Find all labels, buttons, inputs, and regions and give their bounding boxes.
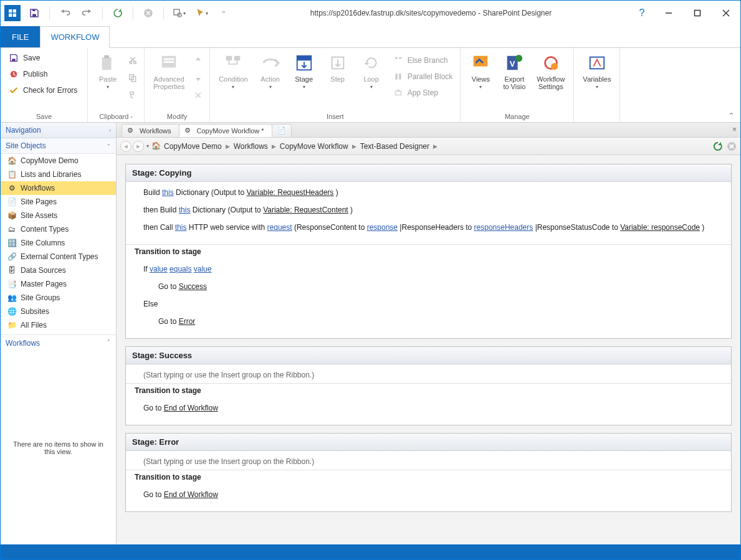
views-button[interactable]: Views▾ (466, 50, 495, 92)
qat-overflow-icon[interactable]: ⁼ (215, 4, 232, 22)
link-value[interactable]: value (150, 265, 168, 273)
nav-forward-button[interactable]: ► (133, 141, 144, 152)
condition-button[interactable]: Condition▾ (215, 50, 251, 92)
nav-collapse-icon[interactable]: ‹ (109, 128, 111, 133)
loop-button[interactable]: Loop▾ (356, 50, 386, 92)
nav-workflows-section[interactable]: Workflows ⌃ (1, 335, 116, 351)
goto-error[interactable]: Go to Error (143, 317, 722, 326)
link-end-of-workflow[interactable]: End of Workflow (164, 490, 218, 499)
breadcrumb-workflow-name[interactable]: CopyMove Workflow (280, 142, 348, 151)
parallel-block-button[interactable]: Parallel Block (390, 69, 456, 84)
stage-title[interactable]: Stage: Error (126, 434, 731, 451)
sidebar-item-subsites[interactable]: 🌐Subsites (1, 305, 116, 318)
sidebar-item-all-files[interactable]: 📁All Files (1, 318, 116, 332)
app-step-button[interactable]: App Step (390, 85, 456, 100)
link-equals[interactable]: equals (170, 265, 191, 273)
doctab-copymove-workflow[interactable]: ⚙ CopyMove Workflow * (179, 124, 272, 137)
sidebar-item-master-pages[interactable]: 📑Master Pages (1, 277, 116, 291)
stage-placeholder[interactable]: (Start typing or use the Insert group on… (126, 364, 731, 383)
undo-icon[interactable] (56, 4, 74, 22)
sidebar-item-site-pages[interactable]: 📄Site Pages (1, 195, 116, 209)
publish-button[interactable]: Publish (6, 67, 80, 82)
sidebar-item-home[interactable]: 🏠CopyMove Demo (1, 154, 116, 168)
close-button[interactable] (712, 4, 740, 22)
stage-button[interactable]: Stage▾ (289, 50, 319, 92)
sidebar-item-content-types[interactable]: 🗂Content Types (1, 222, 116, 236)
move-up-icon[interactable] (192, 54, 204, 67)
app-icon[interactable] (4, 5, 21, 21)
link-variable-requestheaders[interactable]: Variable: RequestHeaders (246, 188, 333, 197)
goto-success[interactable]: Go to Success (143, 282, 722, 291)
close-tab-icon[interactable]: × (732, 125, 737, 134)
link-this[interactable]: this (179, 206, 191, 214)
history-dropdown-icon[interactable]: ▾ (146, 143, 149, 149)
link-success-stage[interactable]: Success (179, 282, 207, 291)
sidebar-item-lists[interactable]: 📋Lists and Libraries (1, 168, 116, 181)
save-icon[interactable] (26, 4, 43, 22)
tab-workflow[interactable]: WORKFLOW (40, 26, 110, 48)
home-icon[interactable]: 🏠 (151, 141, 161, 151)
move-down-icon[interactable] (192, 72, 204, 84)
variables-button[interactable]: Variables▾ (579, 50, 614, 92)
condition-if[interactable]: If value equals value (143, 265, 722, 273)
refresh-icon[interactable] (109, 4, 127, 22)
stop-icon[interactable] (140, 4, 157, 22)
breadcrumb-workflows[interactable]: Workflows (234, 142, 268, 151)
else-branch-button[interactable]: Else Branch (390, 53, 456, 68)
workflow-editor[interactable]: Stage: Copying Build this Dictionary (Ou… (117, 155, 740, 544)
preview-dropdown-icon[interactable]: ▾ (170, 4, 188, 22)
stage-placeholder[interactable]: (Start typing or use the Insert group on… (126, 451, 731, 470)
link-responseheaders[interactable]: responseHeaders (474, 223, 533, 232)
link-end-of-workflow[interactable]: End of Workflow (164, 404, 218, 412)
link-value[interactable]: value (194, 265, 212, 273)
doctab-workflows[interactable]: ⚙ Workflows (122, 124, 179, 137)
action-build-dictionary-1[interactable]: Build this Dictionary (Output to Variabl… (143, 188, 722, 197)
link-this[interactable]: this (175, 223, 187, 232)
sidebar-item-workflows[interactable]: ⚙Workflows (1, 181, 116, 195)
sidebar-item-site-groups[interactable]: 👥Site Groups (1, 291, 116, 305)
goto-end[interactable]: Go to End of Workflow (143, 490, 722, 499)
goto-end[interactable]: Go to End of Workflow (143, 404, 722, 412)
export-visio-button[interactable]: V Export to Visio (499, 50, 529, 93)
sidebar-item-data-sources[interactable]: 🗄Data Sources (1, 263, 116, 277)
action-call-http[interactable]: then Call this HTTP web service with req… (143, 223, 722, 232)
minimize-button[interactable] (654, 4, 683, 22)
workflow-settings-button[interactable]: Workflow Settings (533, 50, 568, 93)
save-button[interactable]: Save (6, 50, 80, 65)
copy-icon[interactable] (127, 72, 139, 84)
step-button[interactable]: Step (323, 50, 353, 85)
nav-site-objects[interactable]: Site Objects ⌃ (1, 138, 116, 154)
sidebar-item-site-assets[interactable]: 📦Site Assets (1, 209, 116, 222)
link-request[interactable]: request (267, 223, 292, 232)
collapse-ribbon-icon[interactable]: ⌃ (729, 112, 734, 122)
link-responsecode[interactable]: Variable: responseCode (620, 223, 700, 232)
paste-button[interactable]: Paste ▾ (93, 50, 123, 92)
stop-icon[interactable] (727, 141, 737, 151)
action-build-dictionary-2[interactable]: then Build this Dictionary (Output to Va… (143, 206, 722, 214)
sidebar-item-external-ct[interactable]: 🔗External Content Types (1, 250, 116, 263)
nav-back-button[interactable]: ◄ (120, 141, 131, 152)
advanced-properties-button[interactable]: Advanced Properties (150, 50, 188, 93)
check-errors-button[interactable]: Check for Errors (6, 83, 80, 98)
breadcrumb-designer[interactable]: Text-Based Designer (360, 142, 429, 151)
stage-title[interactable]: Stage: Copying (126, 164, 731, 182)
condition-else[interactable]: Else (143, 300, 722, 308)
help-button[interactable]: ? (629, 4, 654, 22)
maximize-button[interactable] (683, 4, 712, 22)
tab-file[interactable]: FILE (1, 26, 40, 47)
refresh-icon[interactable] (713, 141, 723, 151)
link-error-stage[interactable]: Error (179, 317, 196, 326)
link-variable-requestcontent[interactable]: Variable: RequestContent (263, 206, 348, 214)
stage-title[interactable]: Stage: Success (126, 347, 731, 364)
action-button[interactable]: Action▾ (256, 50, 285, 92)
breadcrumb-home[interactable]: CopyMove Demo (164, 142, 222, 151)
doctab-new[interactable]: 📄 (272, 124, 292, 137)
link-this[interactable]: this (162, 188, 174, 197)
cut-icon[interactable] (127, 54, 139, 67)
format-painter-icon[interactable] (127, 89, 139, 102)
cursor-dropdown-icon[interactable]: ▾ (193, 4, 210, 22)
sidebar-item-site-columns[interactable]: 🔠Site Columns (1, 236, 116, 250)
delete-icon[interactable] (192, 89, 204, 102)
link-response[interactable]: response (367, 223, 398, 232)
redo-icon[interactable] (79, 4, 96, 22)
